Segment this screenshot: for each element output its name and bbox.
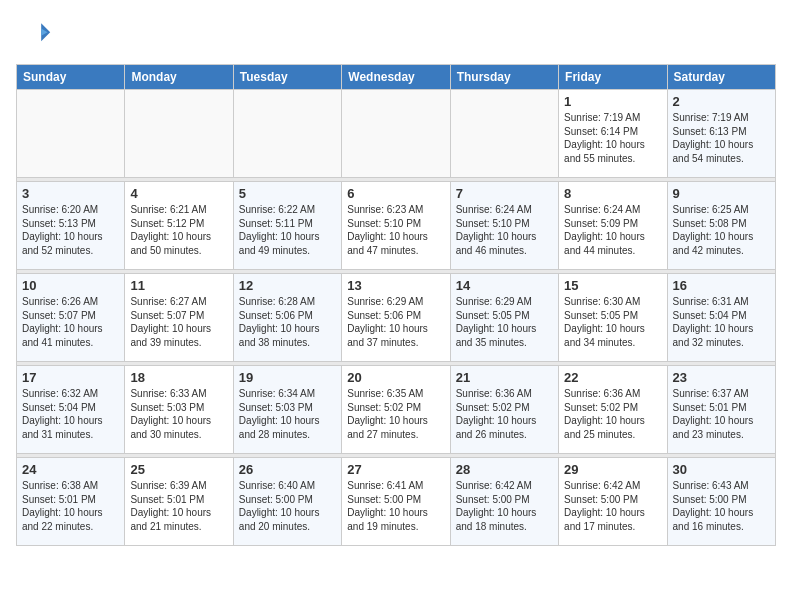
cell-text: Sunrise: 6:27 AM Sunset: 5:07 PM Dayligh… [130, 295, 227, 349]
calendar-cell: 17Sunrise: 6:32 AM Sunset: 5:04 PM Dayli… [17, 366, 125, 454]
calendar-cell: 19Sunrise: 6:34 AM Sunset: 5:03 PM Dayli… [233, 366, 341, 454]
calendar-cell: 21Sunrise: 6:36 AM Sunset: 5:02 PM Dayli… [450, 366, 558, 454]
calendar-cell: 13Sunrise: 6:29 AM Sunset: 5:06 PM Dayli… [342, 274, 450, 362]
weekday-header-thursday: Thursday [450, 65, 558, 90]
day-number: 18 [130, 370, 227, 385]
day-number: 4 [130, 186, 227, 201]
cell-text: Sunrise: 7:19 AM Sunset: 6:13 PM Dayligh… [673, 111, 770, 165]
calendar-cell: 9Sunrise: 6:25 AM Sunset: 5:08 PM Daylig… [667, 182, 775, 270]
day-number: 27 [347, 462, 444, 477]
calendar-cell: 22Sunrise: 6:36 AM Sunset: 5:02 PM Dayli… [559, 366, 667, 454]
day-number: 9 [673, 186, 770, 201]
cell-text: Sunrise: 6:43 AM Sunset: 5:00 PM Dayligh… [673, 479, 770, 533]
day-number: 28 [456, 462, 553, 477]
day-number: 24 [22, 462, 119, 477]
calendar-cell [450, 90, 558, 178]
day-number: 17 [22, 370, 119, 385]
cell-text: Sunrise: 6:36 AM Sunset: 5:02 PM Dayligh… [564, 387, 661, 441]
cell-text: Sunrise: 6:36 AM Sunset: 5:02 PM Dayligh… [456, 387, 553, 441]
week-row-5: 24Sunrise: 6:38 AM Sunset: 5:01 PM Dayli… [17, 458, 776, 546]
cell-text: Sunrise: 6:35 AM Sunset: 5:02 PM Dayligh… [347, 387, 444, 441]
calendar-cell: 11Sunrise: 6:27 AM Sunset: 5:07 PM Dayli… [125, 274, 233, 362]
cell-text: Sunrise: 6:42 AM Sunset: 5:00 PM Dayligh… [564, 479, 661, 533]
week-row-2: 3Sunrise: 6:20 AM Sunset: 5:13 PM Daylig… [17, 182, 776, 270]
cell-text: Sunrise: 6:34 AM Sunset: 5:03 PM Dayligh… [239, 387, 336, 441]
day-number: 12 [239, 278, 336, 293]
calendar-cell: 1Sunrise: 7:19 AM Sunset: 6:14 PM Daylig… [559, 90, 667, 178]
calendar-cell: 24Sunrise: 6:38 AM Sunset: 5:01 PM Dayli… [17, 458, 125, 546]
cell-text: Sunrise: 6:22 AM Sunset: 5:11 PM Dayligh… [239, 203, 336, 257]
cell-text: Sunrise: 6:40 AM Sunset: 5:00 PM Dayligh… [239, 479, 336, 533]
day-number: 19 [239, 370, 336, 385]
day-number: 21 [456, 370, 553, 385]
calendar-cell [125, 90, 233, 178]
calendar-cell: 7Sunrise: 6:24 AM Sunset: 5:10 PM Daylig… [450, 182, 558, 270]
day-number: 8 [564, 186, 661, 201]
calendar-cell: 14Sunrise: 6:29 AM Sunset: 5:05 PM Dayli… [450, 274, 558, 362]
day-number: 26 [239, 462, 336, 477]
calendar-cell: 4Sunrise: 6:21 AM Sunset: 5:12 PM Daylig… [125, 182, 233, 270]
cell-text: Sunrise: 6:24 AM Sunset: 5:09 PM Dayligh… [564, 203, 661, 257]
weekday-header-saturday: Saturday [667, 65, 775, 90]
calendar-cell: 10Sunrise: 6:26 AM Sunset: 5:07 PM Dayli… [17, 274, 125, 362]
day-number: 2 [673, 94, 770, 109]
calendar-cell: 26Sunrise: 6:40 AM Sunset: 5:00 PM Dayli… [233, 458, 341, 546]
day-number: 23 [673, 370, 770, 385]
calendar-cell: 30Sunrise: 6:43 AM Sunset: 5:00 PM Dayli… [667, 458, 775, 546]
weekday-header-wednesday: Wednesday [342, 65, 450, 90]
page-header [16, 16, 776, 52]
week-row-4: 17Sunrise: 6:32 AM Sunset: 5:04 PM Dayli… [17, 366, 776, 454]
weekday-header-friday: Friday [559, 65, 667, 90]
logo [16, 16, 56, 52]
day-number: 25 [130, 462, 227, 477]
calendar-cell: 18Sunrise: 6:33 AM Sunset: 5:03 PM Dayli… [125, 366, 233, 454]
cell-text: Sunrise: 6:31 AM Sunset: 5:04 PM Dayligh… [673, 295, 770, 349]
cell-text: Sunrise: 7:19 AM Sunset: 6:14 PM Dayligh… [564, 111, 661, 165]
calendar-cell: 27Sunrise: 6:41 AM Sunset: 5:00 PM Dayli… [342, 458, 450, 546]
calendar-table: SundayMondayTuesdayWednesdayThursdayFrid… [16, 64, 776, 546]
calendar-cell [342, 90, 450, 178]
calendar-cell: 6Sunrise: 6:23 AM Sunset: 5:10 PM Daylig… [342, 182, 450, 270]
week-row-1: 1Sunrise: 7:19 AM Sunset: 6:14 PM Daylig… [17, 90, 776, 178]
calendar-cell: 12Sunrise: 6:28 AM Sunset: 5:06 PM Dayli… [233, 274, 341, 362]
cell-text: Sunrise: 6:39 AM Sunset: 5:01 PM Dayligh… [130, 479, 227, 533]
day-number: 1 [564, 94, 661, 109]
cell-text: Sunrise: 6:30 AM Sunset: 5:05 PM Dayligh… [564, 295, 661, 349]
cell-text: Sunrise: 6:33 AM Sunset: 5:03 PM Dayligh… [130, 387, 227, 441]
cell-text: Sunrise: 6:28 AM Sunset: 5:06 PM Dayligh… [239, 295, 336, 349]
cell-text: Sunrise: 6:24 AM Sunset: 5:10 PM Dayligh… [456, 203, 553, 257]
calendar-cell: 23Sunrise: 6:37 AM Sunset: 5:01 PM Dayli… [667, 366, 775, 454]
weekday-header-sunday: Sunday [17, 65, 125, 90]
weekday-header-monday: Monday [125, 65, 233, 90]
day-number: 30 [673, 462, 770, 477]
calendar-cell: 20Sunrise: 6:35 AM Sunset: 5:02 PM Dayli… [342, 366, 450, 454]
cell-text: Sunrise: 6:25 AM Sunset: 5:08 PM Dayligh… [673, 203, 770, 257]
weekday-header-row: SundayMondayTuesdayWednesdayThursdayFrid… [17, 65, 776, 90]
calendar-cell: 15Sunrise: 6:30 AM Sunset: 5:05 PM Dayli… [559, 274, 667, 362]
day-number: 20 [347, 370, 444, 385]
day-number: 15 [564, 278, 661, 293]
calendar-cell: 16Sunrise: 6:31 AM Sunset: 5:04 PM Dayli… [667, 274, 775, 362]
calendar-cell: 25Sunrise: 6:39 AM Sunset: 5:01 PM Dayli… [125, 458, 233, 546]
cell-text: Sunrise: 6:42 AM Sunset: 5:00 PM Dayligh… [456, 479, 553, 533]
cell-text: Sunrise: 6:29 AM Sunset: 5:05 PM Dayligh… [456, 295, 553, 349]
calendar-cell: 5Sunrise: 6:22 AM Sunset: 5:11 PM Daylig… [233, 182, 341, 270]
calendar-cell [17, 90, 125, 178]
day-number: 11 [130, 278, 227, 293]
day-number: 7 [456, 186, 553, 201]
logo-icon [16, 16, 52, 52]
day-number: 5 [239, 186, 336, 201]
calendar-cell: 2Sunrise: 7:19 AM Sunset: 6:13 PM Daylig… [667, 90, 775, 178]
calendar-cell: 28Sunrise: 6:42 AM Sunset: 5:00 PM Dayli… [450, 458, 558, 546]
cell-text: Sunrise: 6:21 AM Sunset: 5:12 PM Dayligh… [130, 203, 227, 257]
day-number: 3 [22, 186, 119, 201]
cell-text: Sunrise: 6:32 AM Sunset: 5:04 PM Dayligh… [22, 387, 119, 441]
weekday-header-tuesday: Tuesday [233, 65, 341, 90]
cell-text: Sunrise: 6:23 AM Sunset: 5:10 PM Dayligh… [347, 203, 444, 257]
day-number: 6 [347, 186, 444, 201]
calendar-cell: 3Sunrise: 6:20 AM Sunset: 5:13 PM Daylig… [17, 182, 125, 270]
cell-text: Sunrise: 6:41 AM Sunset: 5:00 PM Dayligh… [347, 479, 444, 533]
day-number: 22 [564, 370, 661, 385]
day-number: 13 [347, 278, 444, 293]
cell-text: Sunrise: 6:29 AM Sunset: 5:06 PM Dayligh… [347, 295, 444, 349]
